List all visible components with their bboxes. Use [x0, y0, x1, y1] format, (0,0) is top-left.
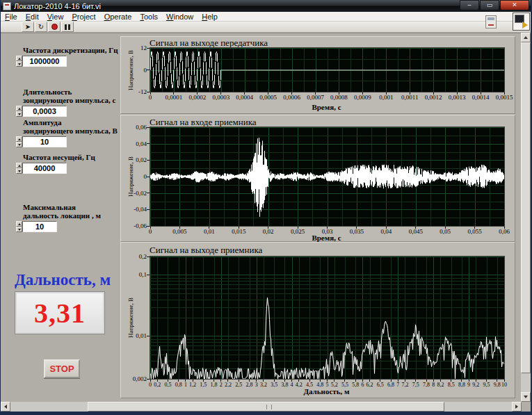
x-tick-label: 9 [467, 382, 470, 388]
x-tick-label: 5,8 [352, 382, 359, 388]
menu-item-operate[interactable]: Operate [100, 12, 136, 22]
menu-item-help[interactable]: Help [198, 12, 222, 22]
increment-decrement-spinner[interactable] [16, 106, 22, 117]
vertical-scroll-thumb[interactable] [521, 42, 531, 373]
x-tick-label: 6 [361, 382, 364, 388]
menu-item-tools[interactable]: Tools [136, 12, 162, 22]
x-tick-label: 0,0007 [307, 95, 324, 101]
run-button[interactable]: ➤ [22, 22, 34, 32]
max-range-input[interactable] [22, 221, 57, 232]
x-tick-label: 0,01 [204, 229, 215, 235]
context-help-icon[interactable] [485, 15, 497, 29]
maximize-button[interactable]: ▭ [480, 0, 499, 10]
carrier-frequency-input[interactable] [22, 163, 67, 174]
control-label: Амплитуда зондирующего импульса, В [23, 118, 126, 135]
increment-decrement-spinner[interactable] [16, 221, 22, 232]
menu-item-window[interactable]: Window [162, 12, 198, 22]
control-label: Максимальная дальность локации , м [23, 203, 126, 220]
pause-icon [65, 24, 70, 30]
x-tick-label: 6,2 [366, 382, 373, 388]
y-tick-label: 0,01 [122, 332, 147, 339]
waveform-canvas [150, 127, 504, 226]
scroll-left-button[interactable] [1, 402, 10, 412]
x-tick-label: 0,06 [499, 229, 510, 235]
scroll-down-button[interactable] [521, 392, 531, 402]
x-tick-label: 0,045 [409, 229, 423, 235]
run-continuously-button[interactable]: ↻ [35, 22, 47, 32]
close-button[interactable]: ✕ [500, 0, 529, 10]
x-tick-label: 2,5 [235, 382, 242, 388]
x-tick-label: 0 [149, 95, 152, 101]
y-tick-label: 0 [122, 173, 147, 180]
control-sampling-frequency: Частота дискретизации, Гц [16, 46, 126, 67]
vertical-scrollbar[interactable] [521, 33, 531, 402]
x-tick-label: 0 [149, 382, 152, 388]
x-tick-label: 7 [396, 382, 399, 388]
x-tick-label: 9,5 [483, 382, 490, 388]
x-tick-label: 0,0005 [259, 95, 277, 101]
window-title: Локатор-2010 4-16 бит.vi [14, 2, 459, 10]
plot-area [150, 256, 505, 380]
pause-button[interactable] [61, 22, 74, 32]
menu-item-project[interactable]: Project [67, 12, 99, 22]
x-tick-label: 0,0006 [283, 95, 300, 101]
run-icon: ➤ [25, 24, 31, 31]
pulse-amplitude-input[interactable] [22, 136, 67, 147]
minimize-button[interactable]: – [460, 0, 479, 10]
y-tick-mark [147, 48, 150, 49]
x-tick-label: 8 [432, 382, 435, 388]
y-tick-mark [147, 143, 150, 144]
increment-decrement-spinner[interactable] [16, 56, 22, 67]
plot-area [150, 47, 505, 92]
stop-button[interactable]: STOP [44, 359, 80, 378]
x-tick-label: 0,02 [263, 229, 274, 235]
menu-item-file[interactable]: File [1, 12, 22, 22]
x-tick-label: 1,8 [211, 382, 218, 388]
chart-title: Сигнал на выходе приемника [150, 245, 262, 256]
increment-decrement-spinner[interactable] [16, 163, 22, 174]
control-pulse-duration: Длительность зондирующего импульса, с [16, 88, 126, 117]
y-tick-mark [147, 127, 150, 128]
x-tick-label: 9,8 [494, 382, 501, 388]
x-tick-label: 0,03 [322, 229, 333, 235]
y-tick-mark [147, 92, 150, 92]
scroll-right-icon [515, 405, 518, 409]
pulse-duration-input[interactable] [22, 106, 67, 117]
y-tick-label: -0,02 [122, 190, 147, 197]
x-tick-label: 0,0003 [212, 95, 229, 101]
x-tick-label: 7,5 [412, 382, 419, 388]
horizontal-scroll-thumb[interactable] [88, 402, 444, 412]
run-continuously-icon: ↻ [38, 24, 44, 31]
vi-icon-thumbnail [513, 13, 530, 31]
y-tick-label: 12 [122, 44, 147, 51]
x-tick-label: 5,2 [331, 382, 338, 388]
x-tick-label: 0 [149, 229, 152, 235]
sampling-frequency-input[interactable] [22, 56, 67, 67]
abort-button[interactable] [48, 22, 61, 32]
titlebar[interactable]: Локатор-2010 4-16 бит.vi – ▭ ✕ [1, 0, 531, 12]
increment-decrement-spinner[interactable] [16, 136, 22, 147]
control-label: Длительность зондирующего импульса, с [23, 88, 126, 104]
menu-item-edit[interactable]: Edit [22, 12, 43, 22]
x-tick-label: 3,2 [260, 382, 267, 388]
chart-receiver-input: Сигнал на входе приемника Напряжение, В … [120, 115, 515, 242]
scroll-right-button[interactable] [512, 402, 522, 412]
x-tick-label: 6,8 [387, 382, 394, 388]
x-tick-label: 0,001 [379, 95, 393, 101]
x-tick-label: 0,0008 [330, 95, 348, 101]
x-tick-label: 1 [184, 382, 187, 388]
x-tick-label: 0,0002 [188, 95, 206, 101]
y-tick-mark [147, 336, 150, 336]
menu-item-view[interactable]: View [43, 12, 68, 22]
y-tick-label: -0,06 [122, 222, 147, 229]
x-tick-label: 4,8 [316, 382, 323, 388]
horizontal-scrollbar[interactable] [1, 402, 522, 412]
x-tick-label: 0,005 [172, 229, 186, 235]
x-tick-label: 0,0015 [496, 95, 513, 101]
y-tick-mark [147, 177, 150, 177]
scroll-down-icon [524, 396, 528, 398]
x-tick-label: 2,2 [225, 382, 232, 388]
x-tick-label: 2 [220, 382, 223, 388]
scroll-up-button[interactable] [521, 33, 531, 42]
toolbar: ➤ ↻ [1, 22, 531, 33]
